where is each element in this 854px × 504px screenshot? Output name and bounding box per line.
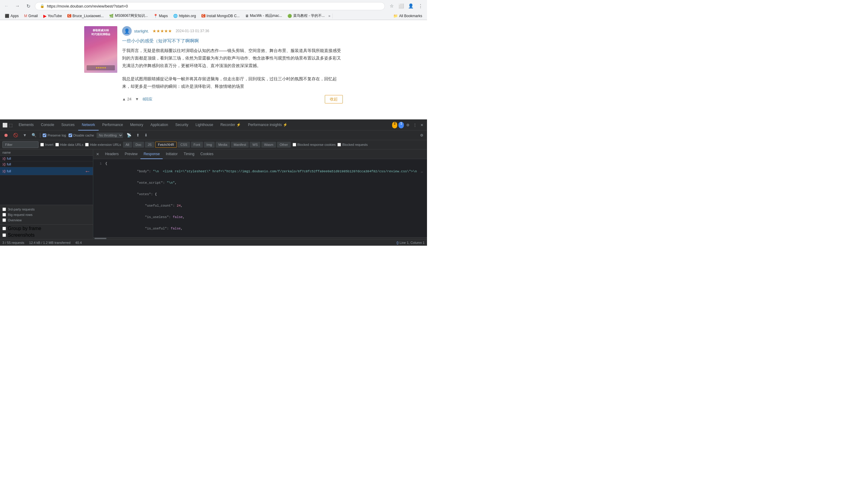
tab-sources[interactable]: Sources <box>58 120 78 130</box>
scrollbar-thumb[interactable] <box>94 238 106 239</box>
network-row-3[interactable]: ⟩{} full ← <box>0 167 93 175</box>
filter-font[interactable]: Font <box>191 142 203 148</box>
bookmark-httpbin[interactable]: 🌐 httpbin.org <box>171 13 198 19</box>
address-bar[interactable]: 🔒 https://movie.douban.com/review/best/?… <box>35 2 385 10</box>
reviewer-name[interactable]: starlight. <box>134 29 149 33</box>
hide-data-urls-check[interactable]: Hide data URLs <box>55 143 84 146</box>
movie-poster[interactable]: 泰勒斯威夫特时代巡回演唱会 ★★★★★ <box>84 26 117 73</box>
preserve-log-label[interactable]: Preserve log <box>43 133 66 137</box>
filter-fetchxhr[interactable]: Fetch/XHR <box>155 142 177 148</box>
filter-input[interactable] <box>2 141 38 148</box>
group-by-frame-option[interactable]: Group by frame <box>2 226 91 231</box>
devtools-toggle-icon[interactable]: ⬜ <box>2 123 7 127</box>
settings-button[interactable]: ⚙ <box>405 122 411 128</box>
detail-tab-initiator[interactable]: Initiator <box>163 149 180 159</box>
tab-application[interactable]: Application <box>147 120 172 130</box>
filter-img[interactable]: Img <box>204 142 215 148</box>
filter-other[interactable]: Other <box>277 142 291 148</box>
online-button[interactable]: 📡 <box>125 132 133 138</box>
tab-elements[interactable]: Elements <box>15 120 37 130</box>
detail-tab-headers[interactable]: Headers <box>102 149 122 159</box>
devtools-inspect-icon[interactable]: ⬚ <box>9 123 13 127</box>
profile-button[interactable]: 👤 <box>406 2 415 10</box>
review-title[interactable]: 一些小小的感受（短评写不下了啊啊啊 <box>122 38 343 44</box>
more-tools-button[interactable]: ⋮ <box>412 122 418 128</box>
tab-performance[interactable]: Performance <box>98 120 127 130</box>
network-row-2[interactable]: ⟩{} full <box>0 161 93 167</box>
bookmarks-more[interactable]: » <box>328 14 330 18</box>
detail-tab-timing[interactable]: Timing <box>181 149 198 159</box>
party-requests-option[interactable]: 3rd-party requests <box>2 208 91 211</box>
tab-perf-insights[interactable]: Performance insights ⚡ <box>244 120 291 130</box>
detail-tab-response[interactable]: Response <box>141 149 163 159</box>
screenshots-option[interactable]: Screenshots <box>2 232 91 238</box>
hide-data-urls-checkbox[interactable] <box>55 143 59 146</box>
avatar[interactable]: 👤 <box>122 26 132 36</box>
bookmark-macwk[interactable]: 🖥 MacWk - 精品mac... <box>243 13 285 19</box>
import-button[interactable]: ⬆ <box>135 132 141 138</box>
vote-up-button[interactable]: ▲ 24 <box>122 97 131 101</box>
blocked-cookies-checkbox[interactable] <box>293 143 296 146</box>
bookmark-runoob[interactable]: 🟢 菜鸟教程 - 学的不... <box>285 13 327 19</box>
blocked-requests-checkbox[interactable] <box>338 143 341 146</box>
detail-tab-preview[interactable]: Preview <box>122 149 141 159</box>
filter-js[interactable]: JS <box>145 142 154 148</box>
bookmark-ms08067[interactable]: 🌿 MS08067网安知识... <box>107 13 150 19</box>
collapse-button[interactable]: 收起 <box>325 95 343 104</box>
big-rows-option[interactable]: Big request rows <box>2 213 91 217</box>
big-rows-checkbox[interactable] <box>2 213 6 217</box>
tab-network[interactable]: Network <box>78 120 98 130</box>
filter-css[interactable]: CSS <box>178 142 190 148</box>
disable-cache-checkbox[interactable] <box>69 133 72 137</box>
filter-doc[interactable]: Doc <box>133 142 144 148</box>
tab-recorder[interactable]: Recorder ⚡ <box>217 120 244 130</box>
bookmark-youtube[interactable]: ▶ YouTube <box>41 13 65 19</box>
hide-ext-urls-check[interactable]: Hide extension URLs <box>85 143 121 146</box>
bookmark-apps[interactable]: ⬛ Apps <box>2 13 21 19</box>
disable-cache-label[interactable]: Disable cache <box>69 133 94 137</box>
filter-all[interactable]: All <box>123 142 132 148</box>
blocked-requests-check[interactable]: Blocked requests <box>338 143 367 146</box>
clear-button[interactable]: 🚫 <box>12 132 19 138</box>
tab-console[interactable]: Console <box>37 120 58 130</box>
filter-wasm[interactable]: Wasm <box>261 142 276 148</box>
tab-security[interactable]: Security <box>172 120 192 130</box>
network-row-1[interactable]: ⟩{} full <box>0 156 93 161</box>
overview-option[interactable]: Overview <box>2 218 91 222</box>
export-button[interactable]: ⬇ <box>143 132 149 138</box>
blocked-cookies-check[interactable]: Blocked response cookies <box>293 143 336 146</box>
bookmark-bruce[interactable]: C Bruce_Liuxiaowei... <box>65 13 106 19</box>
filter-media[interactable]: Media <box>216 142 230 148</box>
bookmark-gmail[interactable]: M Gmail <box>22 13 40 19</box>
party-requests-checkbox[interactable] <box>2 208 6 211</box>
menu-button[interactable]: ⋮ <box>416 2 424 10</box>
vote-down-button[interactable]: ▼ <box>135 97 139 101</box>
bookmark-star-button[interactable]: ☆ <box>387 2 396 10</box>
back-button[interactable]: ← <box>2 2 11 10</box>
bookmark-mongodb[interactable]: C Install MongoDB C... <box>199 13 242 19</box>
invert-checkbox[interactable] <box>40 143 44 146</box>
close-devtools-button[interactable]: ✕ <box>419 122 424 128</box>
bookmark-maps[interactable]: 📍 Maps <box>151 13 170 19</box>
filter-manifest[interactable]: Manifest <box>231 142 249 148</box>
detail-close-button[interactable]: × <box>96 151 99 158</box>
throttle-select[interactable]: No throttling <box>96 132 123 138</box>
tab-memory[interactable]: Memory <box>127 120 147 130</box>
hide-ext-urls-checkbox[interactable] <box>85 143 89 146</box>
preserve-log-checkbox[interactable] <box>43 133 46 137</box>
group-by-frame-checkbox[interactable] <box>2 227 6 230</box>
filter-button[interactable]: ▼ <box>22 132 28 138</box>
invert-check[interactable]: Invert <box>40 143 54 146</box>
reply-link[interactable]: 8回应 <box>143 96 152 102</box>
search-button[interactable]: 🔍 <box>30 132 38 138</box>
all-bookmarks[interactable]: 📁 All Bookmarks <box>391 13 424 19</box>
split-screen-button[interactable]: ⬜ <box>397 2 405 10</box>
screenshots-checkbox[interactable] <box>2 233 6 237</box>
network-settings-button[interactable]: ⚙ <box>419 132 424 139</box>
detail-tab-cookies[interactable]: Cookies <box>197 149 216 159</box>
tab-lighthouse[interactable]: Lighthouse <box>192 120 217 130</box>
overview-checkbox[interactable] <box>2 218 6 222</box>
forward-button[interactable]: → <box>13 2 22 10</box>
reload-button[interactable]: ↻ <box>24 2 33 10</box>
filter-ws[interactable]: WS <box>250 142 260 148</box>
